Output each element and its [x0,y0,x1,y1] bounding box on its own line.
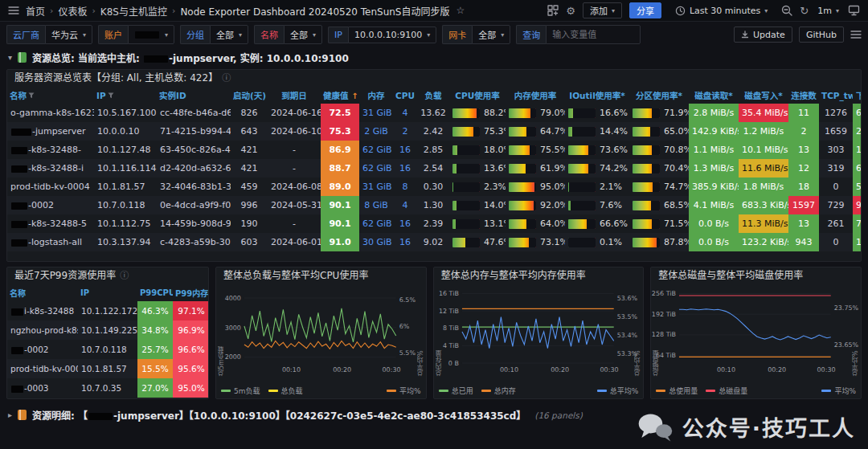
breadcrumb-item[interactable]: 首页 [26,4,45,18]
column-header-CPU[interactable]: CPU [393,87,417,104]
cell-TCP_tw: 1276 [819,104,853,122]
cell-负载: 1.30 [417,196,449,214]
column-header-实例ID[interactable]: 实例ID [157,87,231,104]
column-header-连接数[interactable]: 连接数 [788,87,819,104]
legend-item[interactable]: 总负载 [268,386,303,396]
cell-名称[interactable]: -k8s-32488-i [7,159,94,178]
cell-IOutil使用率*: 14.4% [565,122,629,141]
cell-名称[interactable]: ngzhou-prod-k8s-1 [7,320,78,340]
bottom-panels-row: 最近7天P99资源使用率 ⓘ 名称IPP99CPUP99内存 i-k8s-324… [6,267,862,399]
menu-icon[interactable] [8,6,19,15]
row-overview-header[interactable]: ▾ 资源总览: 当前选中主机: -jumpserver, 实例: 10.0.0.… [0,47,868,67]
p99-table-body: i-k8s-3248810.1.122.17246.3%97.1%ngzhou-… [7,301,209,398]
filter-value[interactable]: 全部▾ [472,25,510,44]
tv-kiosk-icon[interactable] [848,5,860,16]
column-header-负载[interactable]: 负载 [417,87,449,104]
svg-text:3000: 3000 [225,325,241,332]
filter-value[interactable]: 全部▾ [210,25,248,44]
cell-名称[interactable]: -0002 [7,340,78,359]
cell-CPU使用率: 13.1% [449,214,506,233]
column-header-分区使用率*[interactable]: 分区使用率* [629,87,689,104]
column-header-IP[interactable]: IP [78,284,137,301]
cell-名称[interactable]: -k8s-32488-5 [7,214,94,233]
column-header-IOutil使用率*[interactable]: IOutil使用率* [565,87,629,104]
y-axis-left-label: 总内存量 [435,285,444,376]
add-dropdown-button[interactable]: 添加 ▾ [583,2,622,18]
cell-分区使用率*: 87.8% [629,233,689,251]
star-icon[interactable]: ☆ [456,6,465,15]
cell-名称[interactable]: -jumpserver [7,122,94,141]
menu-icon[interactable] [850,30,862,39]
column-header-TCP_tw[interactable]: TCP_tw [819,87,853,104]
cell-名称[interactable]: i-k8s-32488 [7,301,78,320]
filter-value[interactable]: 全部▾ [284,25,322,44]
column-header-CPU使用率[interactable]: CPU使用率 [449,87,506,104]
cell-磁盘写入*: 35.4 MiB/s [739,104,788,122]
chart-panel-2: 整体总内存与整体平均内存使用率16 TiB12 TiB8 TiB4 TiB0 B… [433,267,645,399]
svg-text:00:10: 00:10 [500,366,518,373]
column-header-健康值[interactable]: 健康值 ↑ [321,87,359,104]
cell-内存使用率: 95.0% [506,178,565,196]
legend-item[interactable]: 平均% [821,386,856,396]
filter-value[interactable]: 10.0.0.10:9100▾ [348,27,436,43]
breadcrumb-item[interactable]: Node Exporter Dashboard 20240520 TenSunS… [180,4,449,18]
chevron-down-icon: ▾ [612,7,615,14]
column-header-磁盘读取*[interactable]: 磁盘读取* [689,87,739,104]
refresh-icon[interactable]: ↻ [800,6,809,16]
cell-名称[interactable]: -k8s-32488- [7,141,94,159]
legend-item[interactable]: 总内存 [481,386,516,396]
column-header-到期日[interactable]: 到期日 [268,87,321,104]
cell-下载带宽: 7.85 MiB/s [853,214,862,233]
cell-名称[interactable]: prod-tidb-kv-0004 [7,359,78,378]
zoom-out-icon[interactable] [781,5,792,16]
column-header-内存[interactable]: 内存 [359,87,393,104]
filter-label: 账户 [98,25,128,44]
p99-table-header-row: 名称IPP99CPUP99内存 [7,284,209,301]
legend-item[interactable]: 5m负载 [221,386,260,396]
legend-item[interactable]: 总已用 [439,386,473,396]
cell-到期日: 2024-06-01 [268,233,321,251]
column-header-磁盘写入*[interactable]: 磁盘写入* [739,87,788,104]
column-header-P99CPU[interactable]: P99CPU [137,284,173,301]
time-range-picker[interactable]: Last 30 minutes ▾ [669,2,774,18]
chevron-down-icon: ▾ [764,7,768,14]
cell-名称[interactable]: -logstash-all [7,233,94,251]
filter-ip: IP10.0.0.10:9100▾ [328,27,436,43]
cell-名称[interactable]: -0002 [7,196,94,214]
github-button[interactable]: GitHub [799,27,844,43]
column-header-名称[interactable]: 名称 [7,87,94,104]
cell-名称[interactable]: -0003 [7,378,78,398]
legend-item[interactable]: 平均% [387,386,421,396]
filter-value[interactable]: ▾ [128,25,174,44]
cell-磁盘写入*: 11.3 MiB/s [739,214,788,233]
column-header-下载带宽[interactable]: 下载带宽 [853,87,862,104]
legend-item[interactable]: 总磁盘量 [706,386,747,396]
cell-实例ID: d2-420d-a632-6 [157,159,231,178]
cell-CPU使用率: 2.3% [449,178,506,196]
variable-input[interactable] [546,25,641,44]
info-icon[interactable]: ⓘ [222,70,231,87]
breadcrumb-item[interactable]: K8S与主机监控 [100,4,167,18]
column-header-P99内存[interactable]: P99内存 [173,284,209,301]
info-icon[interactable]: ⓘ [120,267,129,284]
cell-名称[interactable]: o-gamma-k8s-16235 [7,104,94,122]
breadcrumb-item[interactable]: 仪表板 [58,4,87,18]
svg-text:4000: 4000 [225,295,241,302]
column-header-内存使用率[interactable]: 内存使用率 [506,87,565,104]
column-header-名称[interactable]: 名称 [7,284,78,301]
refresh-interval-select[interactable]: 1m ▾ [816,2,841,18]
gear-icon[interactable]: ⚙ [566,6,575,16]
cell-名称[interactable]: prod-tidb-kv-0004 [7,178,94,196]
cell-连接数: 943 [788,233,819,251]
add-panel-icon[interactable] [547,5,559,16]
update-button[interactable]: Update [734,27,792,43]
filter-value[interactable]: 华为云▾ [45,25,92,44]
column-header-启动(天)[interactable]: 启动(天) [231,87,268,104]
column-header-IP[interactable]: IP [94,87,157,104]
cell-IP: 10.1.149.225 [78,320,137,340]
legend-item[interactable]: 总使用量 [656,386,698,396]
legend-item[interactable]: 总平均% [597,386,639,396]
cell-连接数: 12 [788,159,819,178]
legend-swatch [597,390,607,392]
share-button[interactable]: 分享 [629,2,661,18]
